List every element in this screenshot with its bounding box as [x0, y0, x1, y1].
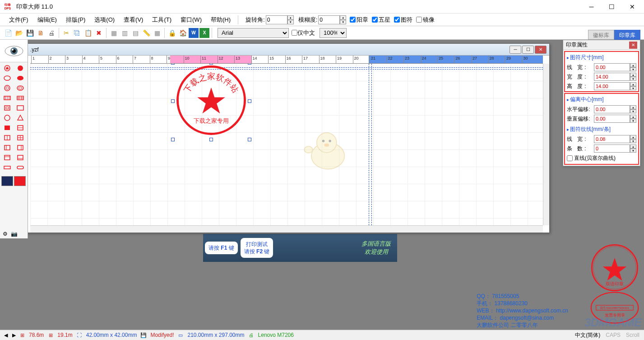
shape-tool-8[interactable] — [1, 103, 13, 112]
menu-view[interactable]: 查看(V) — [119, 14, 148, 26]
line-width-input[interactable] — [594, 63, 630, 71]
align3-icon[interactable]: ▤ — [130, 28, 140, 38]
chk-zhonly[interactable]: 仅中文 — [292, 29, 315, 37]
excel-icon[interactable]: X — [199, 28, 209, 38]
menu-help[interactable]: 帮助(H) — [206, 14, 235, 26]
status-lang: 中文(简体) — [575, 331, 600, 339]
tool-camera-icon[interactable]: 📷 — [10, 230, 18, 238]
shape-tool-7[interactable] — [14, 93, 26, 102]
delete-icon[interactable]: ✖ — [94, 28, 104, 38]
font-select[interactable]: Arial — [218, 28, 289, 38]
rotate-input[interactable] — [266, 15, 287, 24]
save-icon[interactable]: 💾 — [25, 28, 35, 38]
zoom-select[interactable]: 100% — [320, 28, 347, 38]
panel-close-icon[interactable]: ✕ — [629, 42, 637, 49]
stamp-object[interactable]: 下载之家软件站 下载之家专用 — [175, 64, 248, 137]
hoffset-input[interactable] — [594, 105, 630, 113]
shape-tool-0[interactable] — [1, 64, 13, 73]
color-red[interactable] — [14, 176, 26, 186]
rotate-up[interactable]: ▲ — [287, 15, 294, 20]
shape-tool-21[interactable] — [14, 163, 26, 172]
menu-window[interactable]: 窗口(W) — [176, 14, 206, 26]
paste-icon[interactable]: 📋 — [83, 28, 93, 38]
shape-tool-10[interactable] — [1, 113, 13, 122]
doc-close[interactable]: ✕ — [535, 46, 547, 54]
sb-right-icon[interactable]: ▶ — [10, 331, 18, 339]
stamp-preview-1[interactable]: 双语印章 — [590, 243, 639, 288]
shape-tool-3[interactable] — [14, 74, 26, 83]
doc-titlebar[interactable]: .yzf ─ ☐ ✕ — [4, 44, 549, 56]
new-icon[interactable]: 📄 — [3, 28, 13, 38]
shape-tool-20[interactable] — [1, 163, 13, 172]
chk-pattern[interactable]: 图符 — [394, 16, 412, 24]
align1-icon[interactable]: ▦ — [109, 28, 119, 38]
doc-maximize[interactable]: ☐ — [522, 46, 534, 54]
height-input[interactable] — [594, 82, 630, 90]
print-icon[interactable]: 🖨 — [46, 28, 56, 38]
canvas[interactable]: 下载之家软件站 下载之家专用 — [30, 64, 543, 225]
titlebar: 印章DPS 印章大师 11.0 ─ ☐ ✕ — [0, 0, 644, 14]
svg-rect-53 — [17, 166, 23, 169]
voffset-input[interactable] — [594, 115, 630, 123]
color-navy[interactable] — [1, 176, 13, 186]
line-count-input[interactable] — [594, 144, 630, 153]
shape-tool-9[interactable] — [14, 103, 26, 112]
menu-edit[interactable]: 编辑(E) — [33, 14, 61, 26]
menu-tools[interactable]: 工具(T) — [148, 14, 176, 26]
shape-tool-12[interactable] — [1, 123, 13, 132]
tab-badge-lib[interactable]: 徽标库 — [588, 30, 614, 40]
maximize-button[interactable]: ☐ — [602, 0, 622, 13]
cut-icon[interactable]: ✂ — [61, 28, 71, 38]
menu-file[interactable]: 文件(F) — [5, 14, 33, 26]
rotate-down[interactable]: ▼ — [287, 20, 294, 24]
sb-left-icon[interactable]: ◀ — [2, 331, 9, 339]
svg-point-22 — [19, 87, 22, 89]
width-input[interactable] — [594, 73, 630, 81]
saveas-icon[interactable]: 🗎 — [36, 28, 46, 38]
chk-yang[interactable]: 阳章 — [350, 16, 368, 24]
minimize-button[interactable]: ─ — [581, 0, 602, 13]
shape-tool-18[interactable] — [1, 153, 13, 162]
chk-star[interactable]: 五星 — [372, 16, 390, 24]
shape-tool-2[interactable] — [1, 74, 13, 83]
hscrollbar[interactable] — [30, 225, 543, 233]
svg-marker-15 — [5, 66, 9, 70]
open-icon[interactable]: 📂 — [14, 28, 24, 38]
doc-minimize[interactable]: ─ — [510, 46, 521, 54]
line-width2-input[interactable] — [594, 135, 630, 143]
blur-input[interactable] — [318, 15, 340, 24]
shape-tool-5[interactable] — [14, 84, 26, 93]
copy-icon[interactable]: ⿻ — [72, 28, 82, 38]
chk-bezier[interactable]: 直线(贝塞尔曲线) — [567, 154, 636, 162]
menubar: 文件(F) 编辑(E) 排版(P) 选项(O) 查看(V) 工具(T) 窗口(W… — [0, 14, 644, 26]
lock-icon[interactable]: 🔒 — [167, 28, 177, 38]
blur-down[interactable]: ▼ — [340, 20, 346, 24]
shape-tool-17[interactable] — [14, 143, 26, 152]
grid-icon[interactable]: ▦ — [152, 28, 162, 38]
shape-tool-19[interactable] — [14, 153, 26, 162]
blur-up[interactable]: ▲ — [340, 15, 346, 20]
shape-tool-14[interactable] — [1, 133, 13, 142]
ruler-icon[interactable]: 📏 — [141, 28, 151, 38]
menu-layout[interactable]: 排版(P) — [61, 14, 90, 26]
svg-text:税号:532108977654321: 税号:532108977654321 — [600, 307, 630, 309]
shape-tool-11[interactable] — [14, 113, 26, 122]
home-icon[interactable]: 🏠 — [178, 28, 188, 38]
word-icon[interactable]: W — [189, 28, 199, 38]
shape-tool-16[interactable] — [1, 143, 13, 152]
shape-tool-15[interactable] — [14, 133, 26, 142]
svg-point-16 — [18, 65, 23, 71]
shape-tool-13[interactable] — [14, 123, 26, 132]
chk-mirror[interactable]: 镜像 — [416, 16, 435, 24]
align2-icon[interactable]: ▥ — [120, 28, 130, 38]
ruler-horizontal[interactable]: 1234567891011121314151617181920212223242… — [30, 56, 543, 64]
tool-settings-icon[interactable]: ⚙ — [1, 230, 9, 238]
menu-options[interactable]: 选项(O) — [90, 14, 119, 26]
shape-tool-6[interactable] — [1, 93, 13, 102]
tool-palette: ⚙ 📷 — [0, 40, 28, 238]
tab-stamp-lib[interactable]: 印章库 — [614, 30, 640, 40]
close-button[interactable]: ✕ — [622, 0, 642, 13]
shape-tool-1[interactable] — [14, 64, 26, 73]
shape-tool-4[interactable] — [1, 84, 13, 93]
vscrollbar[interactable] — [543, 64, 549, 225]
